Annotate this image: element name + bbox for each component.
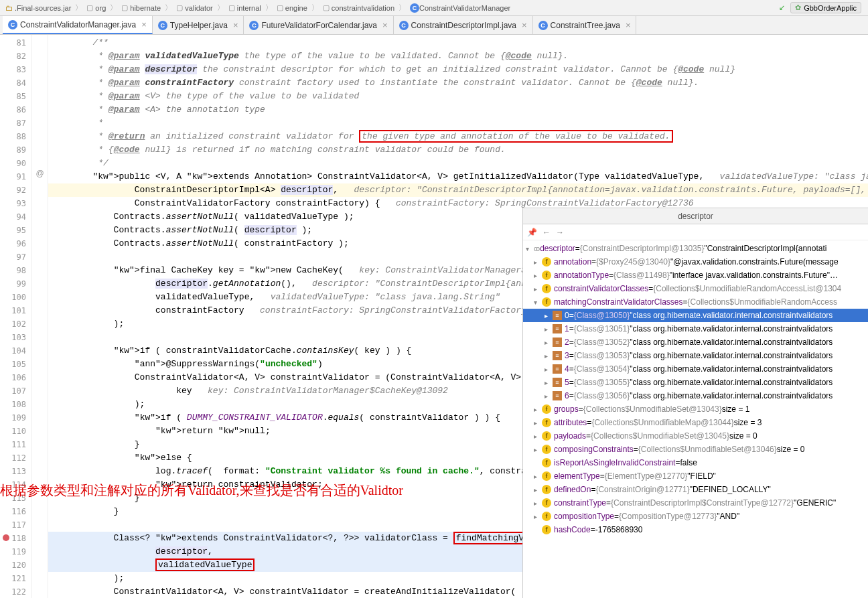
forward-icon[interactable]: → — [556, 228, 564, 237]
marker-column: @ — [32, 35, 48, 598]
run-config-selector[interactable]: ✿GbbOrderApplic — [790, 2, 861, 13]
breadcrumb-pkg[interactable]: ▢internal — [226, 3, 264, 12]
build-icon[interactable]: ↙ — [779, 3, 785, 12]
tree-row[interactable]: ▸fcomposingConstraints = {Collections$Un… — [523, 443, 868, 456]
pin-icon[interactable]: 📌 — [527, 228, 537, 237]
package-icon: ▢ — [228, 3, 235, 12]
annotation-label: 根据参数类型和注解对应的所有Validator,来查找是否有合适的Validto… — [0, 481, 403, 500]
breadcrumb-bar: 🗀.Final-sources.jar〉 ▢org〉 ▢hibernate〉 ▢… — [0, 0, 868, 16]
tree-row[interactable]: ▸≡2 = {Class@13052} "class org.hibernate… — [523, 335, 868, 349]
tree-row[interactable]: ▸≡1 = {Class@13051} "class org.hibernate… — [523, 322, 868, 335]
chevron-icon: 〉 — [163, 3, 173, 13]
debug-variables-panel: descriptor 📌 ← → ▾oo descriptor = {Const… — [522, 208, 868, 598]
package-icon: ▢ — [323, 3, 330, 12]
class-icon: C — [8, 20, 17, 29]
tree-row[interactable]: ▾fmatchingConstraintValidatorClasses = {… — [523, 295, 868, 309]
close-icon[interactable]: × — [141, 19, 147, 29]
chevron-icon: 〉 — [397, 3, 407, 13]
tree-row[interactable]: ▸felementType = {ElementType@12770} "FIE… — [523, 469, 868, 483]
breadcrumb-jar[interactable]: 🗀.Final-sources.jar — [3, 4, 74, 12]
package-icon: ▢ — [121, 3, 128, 12]
breadcrumb-pkg[interactable]: ▢hibernate — [119, 3, 163, 12]
tree-row[interactable]: fisReportAsSingleInvalidConstraint = fal… — [523, 456, 868, 469]
chevron-icon: 〉 — [264, 3, 274, 13]
package-icon: ▢ — [176, 3, 183, 12]
line-gutter[interactable]: 8182838485868788899091929394959697989910… — [0, 35, 32, 598]
debug-toolbar: 📌 ← → — [523, 224, 868, 240]
close-icon[interactable]: × — [626, 20, 631, 30]
tab-file[interactable]: CFutureValidatorForCalendar.java× — [244, 16, 393, 34]
class-icon: C — [249, 21, 259, 30]
class-icon: C — [410, 3, 419, 13]
back-icon[interactable]: ← — [542, 228, 551, 237]
tree-row[interactable]: ▸fconstraintValidatorClasses = {Collecti… — [523, 282, 868, 295]
breadcrumb-class[interactable]: CConstraintValidatorManager — [407, 3, 513, 13]
tree-row[interactable]: ▸fpayloads = {Collections$UnmodifiableSe… — [523, 429, 868, 443]
tree-row[interactable]: ▸fgroups = {Collections$UnmodifiableSet@… — [523, 402, 868, 416]
package-icon: ▢ — [86, 3, 93, 12]
spring-icon: ✿ — [795, 3, 801, 12]
class-icon: C — [158, 21, 167, 30]
jar-icon: 🗀 — [5, 4, 13, 12]
tree-row[interactable]: ▸fattributes = {Collections$Unmodifiable… — [523, 416, 868, 429]
tree-row[interactable]: ▾oo descriptor = {ConstraintDescriptorIm… — [523, 242, 868, 255]
chevron-icon: 〉 — [216, 3, 226, 13]
tree-row[interactable]: ▸≡5 = {Class@13055} "class org.hibernate… — [523, 376, 868, 389]
debug-panel-header: descriptor — [523, 208, 868, 224]
tree-row[interactable]: ▸≡6 = {Class@13056} "class org.hibernate… — [523, 389, 868, 402]
debug-panel-title: descriptor — [527, 212, 864, 221]
tree-row[interactable]: ▸fannotation = {$Proxy245@13040} "@javax… — [523, 255, 868, 269]
close-icon[interactable]: × — [522, 20, 527, 30]
breadcrumb-pkg[interactable]: ▢validator — [173, 3, 216, 12]
chevron-icon: 〉 — [74, 3, 84, 13]
package-icon: ▢ — [277, 3, 283, 12]
tree-row[interactable]: fhashCode = -1765868930 — [523, 523, 868, 536]
debug-variable-tree[interactable]: ▾oo descriptor = {ConstraintDescriptorIm… — [523, 240, 868, 598]
tree-row[interactable]: ▸≡4 = {Class@13054} "class org.hibernate… — [523, 362, 868, 376]
tab-file[interactable]: CTypeHelper.java× — [153, 16, 244, 34]
tree-row[interactable]: ▸fannotationType = {Class@11498} "interf… — [523, 269, 868, 282]
tab-file[interactable]: CConstraintValidatorManager.java× — [3, 16, 153, 34]
tab-file[interactable]: CConstraintTree.java× — [533, 16, 637, 34]
tree-row[interactable]: ▸≡3 = {Class@13053} "class org.hibernate… — [523, 349, 868, 362]
tree-row[interactable]: ▸fconstraintType = {ConstraintDescriptor… — [523, 496, 868, 510]
tree-row[interactable]: ▸fcompositionType = {CompositionType@127… — [523, 510, 868, 523]
breadcrumb-pkg[interactable]: ▢engine — [274, 3, 310, 12]
class-icon: C — [538, 21, 548, 30]
breadcrumb-pkg[interactable]: ▢org — [84, 3, 108, 12]
chevron-icon: 〉 — [310, 3, 320, 13]
tab-file[interactable]: CConstraintDescriptorImpl.java× — [394, 16, 533, 34]
breadcrumb-pkg[interactable]: ▢constraintvalidation — [320, 3, 397, 12]
close-icon[interactable]: × — [382, 20, 388, 30]
editor-tabs: CConstraintValidatorManager.java× CTypeH… — [0, 16, 868, 35]
chevron-icon: 〉 — [108, 3, 119, 13]
class-icon: C — [399, 21, 409, 30]
close-icon[interactable]: × — [233, 20, 238, 30]
tree-row[interactable]: ▸≡0 = {Class@13050} "class org.hibernate… — [523, 309, 868, 322]
tree-row[interactable]: ▸fdefinedOn = {ConstraintOrigin@12771} "… — [523, 483, 868, 496]
